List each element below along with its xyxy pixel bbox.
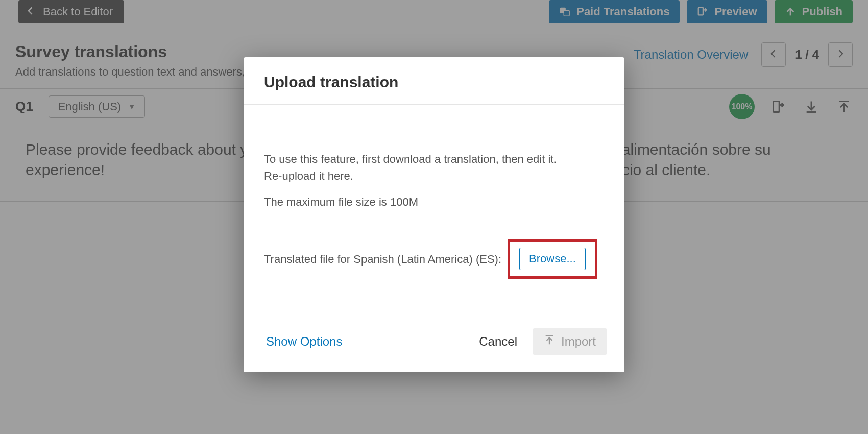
modal-overlay: Upload translation To use this feature, … [0,0,868,434]
file-row: Translated file for Spanish (Latin Ameri… [264,239,604,279]
upload-dialog: Upload translation To use this feature, … [244,57,624,372]
highlight-box: Browse... [508,239,597,279]
upload-icon [544,334,555,349]
dialog-title: Upload translation [264,74,604,91]
show-options-button[interactable]: Show Options [266,334,342,349]
import-label: Import [561,334,596,349]
import-button[interactable]: Import [533,328,607,355]
dialog-para1-line2: Re-upload it here. [264,167,604,184]
cancel-button[interactable]: Cancel [479,334,517,349]
dialog-para1-line1: To use this feature, first download a tr… [264,151,604,167]
file-label: Translated file for Spanish (Latin Ameri… [264,251,501,268]
dialog-para2: The maximum file size is 100M [264,194,604,210]
browse-button[interactable]: Browse... [519,248,586,270]
